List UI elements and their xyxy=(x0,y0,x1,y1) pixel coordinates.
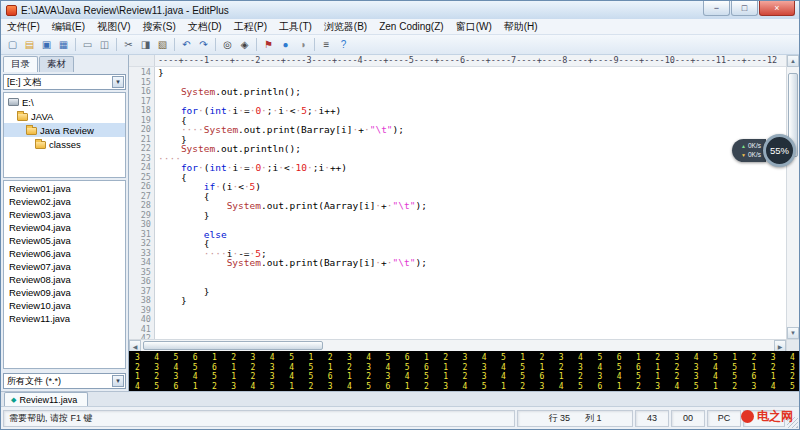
document-tab-review11[interactable]: ◆ Review11.java xyxy=(4,392,88,406)
horizontal-scroll-track[interactable] xyxy=(141,340,774,351)
code-token: .out.print(Barray[i] xyxy=(261,257,375,268)
menu-item-window[interactable]: 窗口(W) xyxy=(450,19,498,35)
download-speed-value: 0K/s xyxy=(748,151,761,159)
chevron-down-icon[interactable]: ▾ xyxy=(112,76,124,88)
editplus-window: E:\JAVA\Java Review\Review11.java - Edit… xyxy=(0,0,800,430)
vertical-scrollbar[interactable]: ▲ ▼ xyxy=(786,55,799,351)
drive-selector-value: [E:] 文档 xyxy=(7,76,41,89)
scroll-up-icon[interactable]: ▲ xyxy=(787,55,799,67)
print-icon[interactable]: ▭ xyxy=(79,37,96,53)
code-text[interactable]: } System.out.println(); for·(int·i·=·0·;… xyxy=(155,67,786,339)
line-number-gutter: 1415161718192021222324252627282930313233… xyxy=(129,67,155,339)
horizontal-scroll-thumb[interactable] xyxy=(143,341,323,350)
vertical-scroll-track[interactable] xyxy=(787,67,799,327)
file-item[interactable]: Review01.java xyxy=(4,182,125,195)
upload-arrow-icon: ▲ xyxy=(741,142,746,150)
print-preview-icon[interactable]: ◫ xyxy=(96,37,113,53)
menu-item-file[interactable]: 文件(F) xyxy=(1,19,46,35)
window-title: E:\JAVA\Java Review\Review11.java - Edit… xyxy=(21,5,698,16)
code-token: .out.println(); xyxy=(215,86,301,97)
code-token: "\t" xyxy=(393,257,416,268)
tree-item[interactable]: Java Review xyxy=(4,123,125,137)
watermark-text: 电之网 xyxy=(757,408,793,425)
find-icon[interactable]: ◎ xyxy=(219,37,236,53)
code-line xyxy=(158,220,786,230)
menu-item-zencoding[interactable]: Zen Coding(Z) xyxy=(373,19,449,35)
ruler-corner xyxy=(129,55,155,66)
file-item[interactable]: Review08.java xyxy=(4,273,125,286)
browser-preview-icon[interactable]: ● xyxy=(277,37,294,53)
file-filter-selector[interactable]: 所有文件 (*.*) ▾ xyxy=(3,373,126,389)
speed-monitor-overlay[interactable]: ▲ 0K/s ▼ 0K/s 55% xyxy=(732,134,796,167)
help-icon[interactable]: ? xyxy=(335,37,352,53)
code-token: System xyxy=(227,200,261,211)
file-item[interactable]: Review07.java xyxy=(4,260,125,273)
file-item[interactable]: Review06.java xyxy=(4,247,125,260)
html-toolbar-icon[interactable]: ◑ xyxy=(294,37,311,53)
menu-item-browser[interactable]: 浏览器(B) xyxy=(318,19,373,35)
toolbar-separator xyxy=(174,38,175,51)
status-help-text: 需要帮助, 请按 F1 键 xyxy=(3,410,515,427)
tree-item[interactable]: E:\ xyxy=(4,95,125,109)
file-item[interactable]: Review10.java xyxy=(4,299,125,312)
status-length: 43 xyxy=(635,410,669,427)
menu-item-document[interactable]: 文档(D) xyxy=(182,19,228,35)
bookmark-icon[interactable]: ⚑ xyxy=(260,37,277,53)
watermark: 电之网 xyxy=(741,408,793,425)
document-tab-label: Review11.java xyxy=(19,395,77,405)
sidebar-tab-directory[interactable]: 目录 xyxy=(3,56,38,72)
file-item[interactable]: Review11.java xyxy=(4,312,125,325)
menu-item-help[interactable]: 帮助(H) xyxy=(498,19,544,35)
sidebar-tab-cliptext[interactable]: 素材 xyxy=(39,56,74,72)
cut-icon[interactable]: ✂ xyxy=(120,37,137,53)
maximize-button[interactable]: □ xyxy=(731,1,758,16)
code-token: ); xyxy=(415,257,426,268)
file-item[interactable]: Review04.java xyxy=(4,221,125,234)
toolbar-separator xyxy=(314,38,315,51)
menu-item-project[interactable]: 工程(P) xyxy=(228,19,273,35)
percent-badge[interactable]: 55% xyxy=(763,134,796,167)
code-token: System xyxy=(227,257,261,268)
chevron-down-icon[interactable]: ▾ xyxy=(112,375,124,387)
menu-item-search[interactable]: 搜索(S) xyxy=(136,19,181,35)
editor-wrap: ----+----1----+----2----+----3----+----4… xyxy=(129,55,799,351)
tree-item[interactable]: classes xyxy=(4,137,125,151)
open-file-icon[interactable]: ▤ xyxy=(21,37,38,53)
code-token: } xyxy=(158,210,209,221)
code-token: ;i xyxy=(313,162,324,173)
output-panel[interactable]: 3 4 5 6 1 2 3 4 5 1 2 3 4 5 6 1 2 3 4 5 … xyxy=(129,351,799,391)
redo-icon[interactable]: ↷ xyxy=(195,37,212,53)
file-item[interactable]: Review05.java xyxy=(4,234,125,247)
code-token: int xyxy=(210,105,227,116)
file-item[interactable]: Review03.java xyxy=(4,208,125,221)
code-token: 10 xyxy=(296,162,307,173)
tree-item[interactable]: JAVA xyxy=(4,109,125,123)
code-line: System.out.print(Barray[i]·+·"\t"); xyxy=(158,258,786,268)
save-file-icon[interactable]: ▣ xyxy=(38,37,55,53)
file-list: Review01.javaReview02.javaReview03.javaR… xyxy=(3,180,126,369)
undo-icon[interactable]: ↶ xyxy=(178,37,195,53)
code-editor[interactable]: 1415161718192021222324252627282930313233… xyxy=(129,67,786,339)
horizontal-scrollbar[interactable]: ◀ ▶ xyxy=(129,339,786,351)
scroll-down-icon[interactable]: ▼ xyxy=(787,327,799,339)
file-item[interactable]: Review02.java xyxy=(4,195,125,208)
drive-selector[interactable]: [E:] 文档 ▾ xyxy=(3,74,126,90)
folder-icon xyxy=(26,127,37,135)
drive-icon xyxy=(8,98,19,106)
save-all-icon[interactable]: ▦ xyxy=(55,37,72,53)
close-button[interactable]: × xyxy=(759,1,795,16)
paste-icon[interactable]: ▧ xyxy=(154,37,171,53)
minimize-button[interactable]: − xyxy=(703,1,730,16)
folder-icon xyxy=(35,141,46,149)
menu-item-view[interactable]: 视图(V) xyxy=(91,19,136,35)
menu-item-edit[interactable]: 编辑(E) xyxy=(46,19,91,35)
window-list-icon[interactable]: ≡ xyxy=(318,37,335,53)
status-position: 行 35 列 1 xyxy=(517,410,633,427)
copy-icon[interactable]: ◨ xyxy=(137,37,154,53)
replace-icon[interactable]: ◈ xyxy=(236,37,253,53)
toolbar-separator xyxy=(215,38,216,51)
menu-item-tools[interactable]: 工具(T) xyxy=(273,19,318,35)
new-file-icon[interactable]: ▢ xyxy=(4,37,21,53)
file-item[interactable]: Review09.java xyxy=(4,286,125,299)
code-line: } xyxy=(158,211,786,221)
